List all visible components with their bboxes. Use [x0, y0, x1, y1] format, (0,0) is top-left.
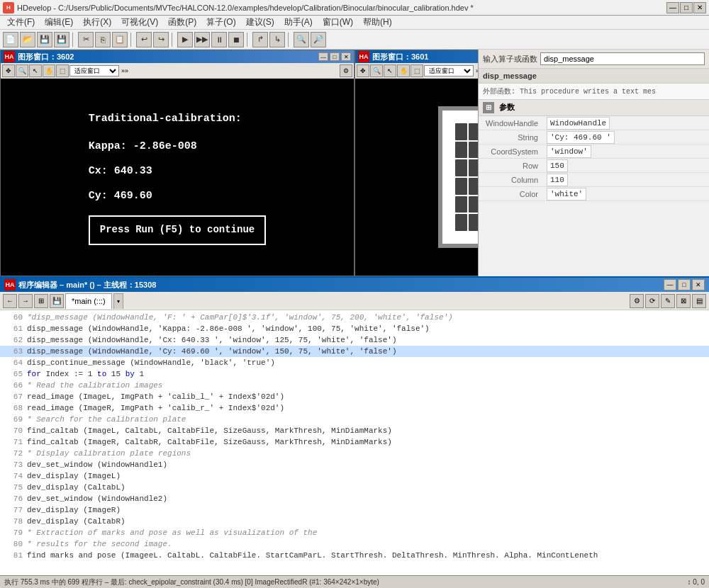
line-num-74: 74	[3, 470, 23, 482]
param-row-row: Row 150	[479, 159, 709, 173]
close-button[interactable]: ✕	[693, 2, 706, 13]
tb-cut[interactable]: ✂	[78, 32, 94, 47]
tb-save2[interactable]: 💾	[54, 32, 69, 47]
restore-button[interactable]: □	[680, 2, 693, 13]
menu-view[interactable]: 可视化(V)	[117, 16, 162, 29]
param-value-cs[interactable]: 'window'	[547, 145, 591, 158]
prog-tb-back[interactable]: ←	[3, 294, 17, 308]
img-win-1-minimize[interactable]: —	[318, 52, 328, 61]
calib-kappa: Kappa: -2.86e-008	[89, 137, 266, 156]
prog-tab-dropdown[interactable]: ▾	[113, 293, 123, 309]
line-content-78: dev_display (CaltabR)	[27, 516, 125, 527]
prog-tb-r4[interactable]: ⊠	[676, 294, 691, 308]
line-content-63: disp_message (WindowHandle, 'Cy: 469.60 …	[27, 346, 397, 357]
line-num-62: 62	[3, 334, 23, 346]
tb-copy[interactable]: ⎘	[95, 32, 111, 47]
prog-code-area[interactable]: 60 *disp_message (WindowHandle, 'F: ' + …	[0, 310, 709, 575]
prog-tb-r5[interactable]: ▤	[692, 294, 706, 308]
tb-stop[interactable]: ⏹	[228, 32, 244, 47]
prog-toolbar: ← → ⊞ 💾 *main (:::) ▾ ⚙ ⟳ ✎ ⊠ ▤	[0, 292, 709, 310]
tb-undo[interactable]: ↩	[136, 32, 152, 47]
code-line-62: 62 disp_message (WindowHandle, 'Cx: 640.…	[0, 334, 709, 346]
img-win-1-title: 图形窗口：3602	[18, 52, 74, 62]
menu-assistant[interactable]: 助手(A)	[280, 16, 317, 29]
param-value-str[interactable]: 'Cy: 469.60 '	[547, 131, 615, 144]
menu-func[interactable]: 函数(P)	[164, 16, 201, 29]
img2-tb-region[interactable]: ⬚	[411, 64, 423, 77]
prog-title-bar: HA 程序编辑器 – main* () – 主线程：15308 — □ ✕	[0, 278, 709, 292]
tb-pause[interactable]: ⏸	[211, 32, 227, 47]
menu-edit[interactable]: 编辑(E)	[40, 16, 77, 29]
line-num-79: 79	[3, 527, 23, 538]
img-tb-hand[interactable]: ✋	[43, 64, 55, 77]
img-tb-extra: »»	[121, 67, 128, 74]
param-value-wh[interactable]: WindowHandle	[547, 117, 610, 130]
img-win-1-close[interactable]: ✕	[341, 52, 351, 61]
prog-tb-save[interactable]: 💾	[50, 294, 64, 308]
tb-step[interactable]: ▶▶	[194, 32, 210, 47]
prog-tb-bookmark[interactable]: ⊞	[34, 294, 48, 308]
tb-new[interactable]: 📄	[3, 32, 18, 47]
func-name-bar: disp_message	[479, 69, 709, 84]
img-win-1-restore[interactable]: □	[330, 52, 340, 61]
tb-run[interactable]: ▶	[177, 32, 193, 47]
img-tb-move[interactable]: ✥	[2, 64, 15, 77]
img-tb-cursor[interactable]: ↖	[29, 64, 42, 77]
line-num-76: 76	[3, 493, 23, 504]
tb-paste[interactable]: 📋	[112, 32, 128, 47]
img-fit-select[interactable]: 适应窗口	[69, 65, 119, 77]
prog-restore[interactable]: □	[678, 279, 691, 290]
img-win-1-controls: — □ ✕	[318, 52, 351, 61]
tb-save[interactable]: 💾	[37, 32, 52, 47]
menu-bar: 文件(F) 编辑(E) 执行(X) 可视化(V) 函数(P) 算子(O) 建议(…	[0, 16, 709, 30]
img2-tb-hand[interactable]: ✋	[397, 64, 410, 77]
img2-tb-move[interactable]: ✥	[357, 64, 369, 77]
menu-window[interactable]: 窗口(W)	[318, 16, 357, 29]
code-line-74: 74 dev_display (ImageL)	[0, 470, 709, 482]
prog-tab-main[interactable]: *main (:::)	[65, 293, 112, 309]
param-row-windowhandle: WindowHandle WindowHandle	[479, 116, 709, 130]
prog-tb-r3[interactable]: ✎	[661, 294, 675, 308]
minimize-button[interactable]: —	[666, 2, 679, 13]
img-tb-settings[interactable]: ⚙	[340, 64, 352, 77]
line-content-81: find marks and pose (ImageeL. CaltabL. C…	[27, 550, 598, 561]
code-line-78: 78 dev_display (CaltabR)	[0, 516, 709, 527]
code-line-64: 64 disp_continue_message (WindowHandle, …	[0, 357, 709, 368]
tb-debug1[interactable]: ↱	[252, 32, 268, 47]
search-input[interactable]	[540, 52, 705, 65]
img-tb-zoom[interactable]: 🔍	[16, 64, 28, 77]
line-num-75: 75	[3, 482, 23, 493]
img2-fit-select[interactable]: 适应窗口	[424, 65, 474, 77]
prog-tb-fwd[interactable]: →	[18, 294, 33, 308]
img2-tb-cursor[interactable]: ↖	[384, 64, 396, 77]
prog-tb-r1[interactable]: ⚙	[630, 294, 644, 308]
line-num-61: 61	[3, 323, 23, 334]
calib-text-overlay: Traditional-calibration: Kappa: -2.86e-0…	[82, 102, 273, 251]
tb-zoom-out[interactable]: 🔎	[311, 32, 326, 47]
tb-redo[interactable]: ↪	[153, 32, 169, 47]
line-content-69: * Search for the calibration plate	[27, 414, 186, 425]
tb-open[interactable]: 📂	[20, 32, 35, 47]
param-value-col[interactable]: 110	[547, 174, 568, 186]
img-win-2-title: 图形窗口：3601	[372, 52, 428, 62]
code-line-69: 69 * Search for the calibration plate	[0, 414, 709, 425]
line-content-67: read_image (ImageL, ImgPath + 'calib_l_'…	[27, 391, 284, 402]
params-icon: ⊞	[483, 102, 494, 113]
search-label: 输入算子或函数	[483, 54, 537, 64]
tb-zoom-in[interactable]: 🔍	[294, 32, 309, 47]
param-value-row[interactable]: 150	[547, 159, 568, 172]
prog-tb-r2[interactable]: ⟳	[645, 294, 659, 308]
tb-debug2[interactable]: ↳	[269, 32, 285, 47]
prog-close[interactable]: ✕	[692, 279, 705, 290]
prog-minimize[interactable]: —	[664, 279, 676, 290]
param-row-string: String 'Cy: 469.60 '	[479, 130, 709, 145]
menu-help[interactable]: 帮助(H)	[359, 16, 396, 29]
line-content-73: dev_set_window (WindowHandle1)	[27, 459, 167, 470]
img2-tb-zoom[interactable]: 🔍	[370, 64, 383, 77]
menu-suggest[interactable]: 建议(S)	[242, 16, 279, 29]
menu-file[interactable]: 文件(F)	[3, 16, 39, 29]
menu-op[interactable]: 算子(O)	[202, 16, 240, 29]
param-value-color[interactable]: 'white'	[547, 188, 586, 200]
menu-run[interactable]: 执行(X)	[79, 16, 116, 29]
img-tb-region[interactable]: ⬚	[56, 64, 69, 77]
